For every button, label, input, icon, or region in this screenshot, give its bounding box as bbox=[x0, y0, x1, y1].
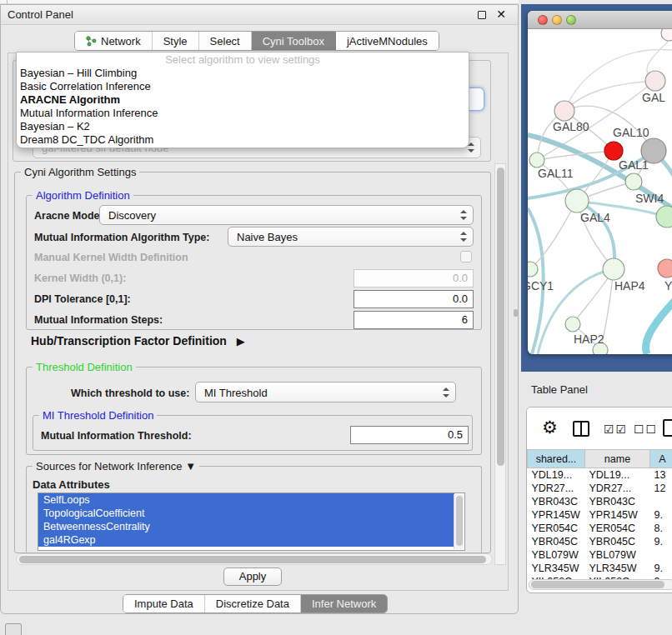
deselect-all-checkboxes-icon[interactable]: ☐☐ bbox=[634, 422, 658, 436]
list-item[interactable]: SelfLoops bbox=[38, 493, 454, 507]
tab-impute-data[interactable]: Impute Data bbox=[123, 595, 205, 612]
dropdown-item-selected[interactable]: ARACNE Algorithm bbox=[17, 93, 469, 107]
cell[interactable]: YLR345W bbox=[585, 562, 650, 575]
settings-horizontal-scrollbar[interactable] bbox=[16, 553, 493, 565]
aracne-mode-combo[interactable]: Discovery bbox=[99, 205, 474, 225]
table-row[interactable]: YBR045CYBR045C9. bbox=[528, 535, 672, 548]
cell[interactable]: YDR27... bbox=[585, 482, 650, 495]
dropdown-item[interactable]: Bayesian – K2 bbox=[17, 120, 469, 133]
cell[interactable]: YER054C bbox=[528, 522, 585, 535]
node-gal4[interactable] bbox=[565, 189, 589, 212]
tab-cyni-toolbox[interactable]: Cyni Toolbox bbox=[252, 32, 336, 50]
node-gal80[interactable] bbox=[554, 101, 574, 121]
cell[interactable]: 9. bbox=[650, 535, 672, 548]
dropdown-item[interactable]: Mutual Information Inference bbox=[17, 107, 469, 120]
float-window-icon[interactable] bbox=[478, 11, 486, 19]
tab-style[interactable]: Style bbox=[153, 32, 199, 50]
table-row[interactable]: YDL19...YDL19...13 bbox=[528, 468, 672, 482]
zoom-traffic-light-icon[interactable] bbox=[566, 15, 576, 25]
cell[interactable]: YBR045C bbox=[585, 535, 650, 548]
which-threshold-combo[interactable]: MI Threshold bbox=[195, 382, 456, 402]
settings-vertical-scrollbar-thumb[interactable] bbox=[497, 168, 504, 466]
cell[interactable]: YPR145W bbox=[585, 508, 650, 522]
close-icon[interactable]: ✕ bbox=[496, 8, 506, 21]
tab-select[interactable]: Select bbox=[199, 32, 252, 50]
cell[interactable]: YDR27... bbox=[528, 482, 585, 495]
gear-icon[interactable]: ⚙ bbox=[542, 418, 558, 438]
kernel-width-input[interactable]: 0.0 bbox=[354, 269, 474, 288]
select-all-checkboxes-icon[interactable]: ☑☑ bbox=[604, 422, 628, 436]
collapse-arrow-icon[interactable]: ▼ bbox=[185, 460, 196, 472]
cell[interactable]: YPR145W bbox=[528, 508, 585, 522]
node-gal11[interactable] bbox=[529, 152, 544, 168]
cell[interactable]: YBR043C bbox=[585, 495, 650, 508]
tab-network[interactable]: Network bbox=[75, 32, 153, 50]
tab-discretize-data[interactable]: Discretize Data bbox=[205, 595, 301, 612]
tab-infer-network[interactable]: Infer Network bbox=[301, 595, 387, 612]
cell[interactable]: YBR045C bbox=[528, 535, 585, 548]
cell[interactable]: 8. bbox=[650, 522, 672, 535]
node-y-cut[interactable] bbox=[658, 259, 672, 278]
expand-arrow-icon[interactable]: ▶ bbox=[237, 335, 245, 348]
manual-kernel-checkbox[interactable] bbox=[460, 251, 472, 262]
node-gal-cut[interactable] bbox=[645, 71, 665, 91]
node-swi4[interactable] bbox=[656, 206, 672, 228]
table-row[interactable]: YDR27...YDR27...12 bbox=[528, 482, 672, 495]
node-hap4[interactable] bbox=[603, 258, 624, 280]
list-scrollbar[interactable] bbox=[454, 494, 464, 549]
cell[interactable]: YER054C bbox=[585, 522, 650, 535]
node-hap2[interactable] bbox=[565, 317, 580, 332]
column-header-cut[interactable]: A bbox=[650, 450, 672, 468]
hub-definition-section[interactable]: Hub/Transcription Factor Definition ▶ bbox=[31, 334, 245, 348]
table-row[interactable]: YPR145WYPR145W9. bbox=[528, 508, 672, 522]
tab-jactivemnodules[interactable]: jActiveMNodules bbox=[336, 32, 439, 50]
mi-type-combo[interactable]: Naive Bayes bbox=[228, 227, 474, 247]
mi-steps-input[interactable]: 6 bbox=[354, 311, 474, 329]
cell[interactable] bbox=[650, 548, 672, 562]
node-gcy1[interactable] bbox=[528, 262, 538, 277]
algorithm-combo-focus-edge[interactable] bbox=[469, 88, 484, 111]
mi-threshold-input[interactable]: 0.5 bbox=[350, 426, 469, 444]
cell[interactable]: 9. bbox=[650, 508, 672, 522]
dropdown-item[interactable]: Bayesian – Hill Climbing bbox=[17, 67, 469, 80]
list-scrollbar-thumb[interactable] bbox=[456, 496, 463, 546]
cell[interactable]: YDL19... bbox=[585, 468, 650, 482]
table-horizontal-scrollbar-thumb[interactable] bbox=[531, 581, 664, 588]
list-item[interactable]: gal4RGexp bbox=[38, 533, 454, 547]
splitter-handle[interactable] bbox=[514, 309, 518, 317]
cell[interactable]: YLR345W bbox=[528, 562, 585, 575]
column-header-shared[interactable]: shared... bbox=[528, 450, 585, 468]
column-header-name[interactable]: name bbox=[585, 450, 650, 468]
table-row[interactable]: YLR345WYLR345W9. bbox=[528, 562, 672, 575]
node[interactable] bbox=[661, 29, 672, 41]
cell[interactable]: YBR043C bbox=[528, 495, 585, 508]
apply-button[interactable]: Apply bbox=[223, 568, 282, 586]
settings-horizontal-scrollbar-thumb[interactable] bbox=[19, 556, 486, 563]
node-selected-red[interactable] bbox=[604, 142, 623, 160]
close-traffic-light-icon[interactable] bbox=[538, 15, 548, 25]
cell[interactable]: YDL19... bbox=[528, 468, 585, 482]
node-gal1[interactable] bbox=[625, 173, 642, 190]
cell[interactable] bbox=[650, 495, 672, 508]
cell[interactable]: YBL079W bbox=[585, 548, 650, 562]
minimize-traffic-light-icon[interactable] bbox=[552, 15, 562, 25]
cell[interactable]: 13 bbox=[650, 468, 672, 482]
network-window-titlebar[interactable] bbox=[528, 11, 672, 29]
cell[interactable]: 9. bbox=[650, 562, 672, 575]
table-row[interactable]: YER054CYER054C8. bbox=[528, 522, 672, 535]
document-icon[interactable] bbox=[663, 419, 672, 437]
columns-icon[interactable] bbox=[573, 421, 589, 437]
dpi-tolerance-input[interactable]: 0.0 bbox=[354, 290, 474, 308]
cell[interactable]: 12 bbox=[650, 482, 672, 495]
table-row[interactable]: YBR043CYBR043C bbox=[528, 495, 672, 508]
collapsed-panel-icon[interactable] bbox=[5, 623, 22, 635]
list-item[interactable]: TopologicalCoefficient bbox=[38, 507, 454, 520]
list-item[interactable]: BetweennessCentrality bbox=[38, 520, 454, 533]
table-horizontal-scrollbar[interactable] bbox=[529, 579, 672, 590]
network-graph[interactable]: GAL GAL80 GAL10 GAL1 GAL11 GAL4 SWI4 GCY… bbox=[528, 29, 672, 354]
cell[interactable]: YBL079W bbox=[528, 548, 585, 562]
settings-vertical-scrollbar[interactable] bbox=[494, 163, 506, 565]
table-row[interactable]: YBL079WYBL079W bbox=[528, 548, 672, 562]
dropdown-item[interactable]: Dream8 DC_TDC Algorithm bbox=[17, 133, 469, 147]
dropdown-item[interactable]: Basic Correlation Inference bbox=[17, 80, 469, 93]
